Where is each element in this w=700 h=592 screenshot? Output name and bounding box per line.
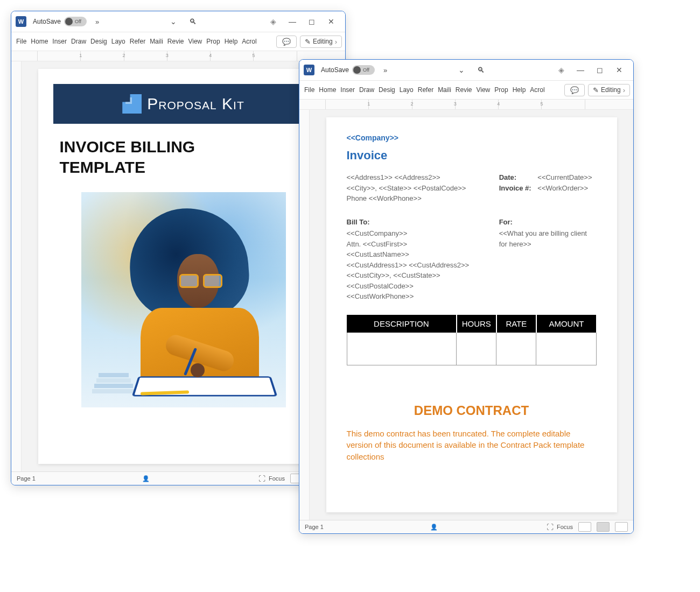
ribbon-tab[interactable]: Maili <box>148 36 165 47</box>
ribbon-tab[interactable]: View <box>474 84 492 96</box>
minimize-icon[interactable]: — <box>573 62 588 77</box>
qat-overflow-icon[interactable]: » <box>383 66 387 74</box>
titlebar: W AutoSave Off » ⌄ 🔍︎ ◈ — ◻ ✕ <box>11 11 345 32</box>
ribbon-tab[interactable]: Layo <box>110 36 127 47</box>
ribbon-tab[interactable]: View <box>186 36 204 47</box>
dropdown-chevron-icon[interactable]: ⌄ <box>454 62 469 77</box>
ribbon-tab[interactable]: Prop <box>205 36 221 47</box>
pencil-icon <box>305 38 311 46</box>
invoice-heading: Invoice <box>347 149 597 163</box>
ribbon-tab[interactable]: Maili <box>436 84 453 96</box>
ribbon-tab[interactable]: Layo <box>398 84 415 96</box>
vertical-ruler[interactable] <box>299 110 310 520</box>
document-title: INVOICE BILLING TEMPLATE <box>60 137 307 177</box>
ribbon-tab[interactable]: Draw <box>358 84 376 96</box>
ribbon: File Home Inser Draw Desig Layo Refer Ma… <box>299 81 633 100</box>
ribbon-tab[interactable]: Revie <box>454 84 474 96</box>
invoice-billto-block: Bill To: <<CustCompany>> Attn. <<CustFir… <box>347 217 597 302</box>
word-window-cover: W AutoSave Off » ⌄ 🔍︎ ◈ — ◻ ✕ File Home … <box>11 11 346 485</box>
ribbon-tab[interactable]: Desig <box>89 36 109 47</box>
maximize-icon[interactable]: ◻ <box>304 14 319 29</box>
read-mode-view-button[interactable] <box>578 522 591 532</box>
focus-button[interactable]: Focus <box>257 475 285 483</box>
editing-mode-button[interactable]: Editing <box>588 84 630 96</box>
table-header-amount: AMOUNT <box>536 315 596 333</box>
proposal-kit-logo-icon <box>122 94 142 114</box>
ribbon-tab[interactable]: Draw <box>69 36 88 47</box>
search-icon[interactable]: 🔍︎ <box>473 62 488 77</box>
ribbon-tab[interactable]: Inser <box>339 84 356 96</box>
ribbon-tab[interactable]: Refer <box>416 84 435 96</box>
invoice-meta: Date: <<CurrentDate>> Invoice #: <<WorkO… <box>499 172 597 204</box>
accessibility-icon[interactable] <box>141 475 151 482</box>
ribbon-tab[interactable]: Desig <box>377 84 397 96</box>
maximize-icon[interactable]: ◻ <box>592 62 607 77</box>
titlebar: W AutoSave Off » ⌄ 🔍︎ ◈ — ◻ ✕ <box>299 60 633 81</box>
ribbon: File Home Inser Draw Desig Layo Refer Ma… <box>11 32 345 51</box>
word-window-invoice: W AutoSave Off » ⌄ 🔍︎ ◈ — ◻ ✕ File Home … <box>299 59 634 534</box>
vertical-ruler[interactable] <box>11 61 22 471</box>
minimize-icon[interactable]: — <box>285 14 300 29</box>
premium-diamond-icon[interactable]: ◈ <box>554 62 569 77</box>
invoice-for: For: <<What you are billing client for h… <box>499 217 597 302</box>
ribbon-tab[interactable]: Revie <box>166 36 186 47</box>
autosave-toggle[interactable]: Off <box>352 65 375 75</box>
horizontal-ruler[interactable]: 1 2 3 4 5 <box>299 100 633 110</box>
document-page[interactable]: Proposal Kit INVOICE BILLING TEMPLATE <box>38 69 329 464</box>
focus-button[interactable]: Focus <box>545 523 573 531</box>
ribbon-tab[interactable]: Prop <box>493 84 509 96</box>
editing-mode-button[interactable]: Editing <box>300 36 342 48</box>
invoice-billto: Bill To: <<CustCompany>> Attn. <<CustFir… <box>347 217 483 302</box>
chevron-right-icon <box>623 86 625 94</box>
brand-banner: Proposal Kit <box>53 84 314 124</box>
document-canvas: Proposal Kit INVOICE BILLING TEMPLATE <box>11 61 345 471</box>
table-row <box>347 333 596 365</box>
comments-button[interactable]: 💬 <box>564 84 585 96</box>
autosave-label: AutoSave <box>321 66 349 74</box>
chevron-right-icon <box>335 38 337 46</box>
close-icon[interactable]: ✕ <box>324 14 339 29</box>
qat-overflow-icon[interactable]: » <box>95 18 99 26</box>
invoice-line-items-table: DESCRIPTION HOURS RATE AMOUNT <box>347 315 597 365</box>
dropdown-chevron-icon[interactable]: ⌄ <box>166 14 181 29</box>
word-app-icon: W <box>304 65 314 75</box>
ribbon-tab[interactable]: Home <box>317 84 338 96</box>
document-canvas: <<Company>> Invoice <<Address1>> <<Addre… <box>299 110 633 520</box>
focus-icon <box>545 523 555 531</box>
document-page[interactable]: <<Company>> Invoice <<Address1>> <<Addre… <box>326 117 617 512</box>
ribbon-tab[interactable]: File <box>303 84 316 96</box>
ribbon-tab[interactable]: Help <box>511 84 528 96</box>
table-header-rate: RATE <box>496 315 536 333</box>
word-app-icon: W <box>16 16 26 27</box>
ribbon-tab[interactable]: Inser <box>51 36 68 47</box>
comments-button[interactable]: 💬 <box>276 36 297 48</box>
demo-contract-text: This demo contract has been truncated. T… <box>347 428 597 463</box>
ribbon-tab[interactable]: Acrol <box>240 36 258 47</box>
invoice-header-block: <<Address1>> <<Address2>> <<City>>, <<St… <box>347 172 597 204</box>
focus-icon <box>257 475 267 483</box>
statusbar: Page 1 Focus <box>11 471 345 485</box>
horizontal-ruler[interactable]: 1 2 3 4 5 <box>11 51 345 61</box>
pencil-icon <box>593 86 599 94</box>
table-header-hours: HOURS <box>457 315 496 333</box>
ribbon-tab[interactable]: Home <box>29 36 50 47</box>
invoice-sender-address: <<Address1>> <<Address2>> <<City>>, <<St… <box>347 172 483 204</box>
ribbon-tab[interactable]: Acrol <box>528 84 546 96</box>
ribbon-tab[interactable]: Help <box>223 36 240 47</box>
status-page[interactable]: Page 1 <box>305 524 324 530</box>
web-layout-view-button[interactable] <box>615 522 628 532</box>
ribbon-tab[interactable]: File <box>15 36 28 47</box>
autosave-toggle[interactable]: Off <box>64 17 87 26</box>
premium-diamond-icon[interactable]: ◈ <box>265 14 281 29</box>
brand-name: Proposal Kit <box>147 95 244 113</box>
demo-contract-title: DEMO CONTRACT <box>347 403 597 418</box>
print-layout-view-button[interactable] <box>597 522 610 532</box>
ribbon-tab[interactable]: Refer <box>128 36 147 47</box>
close-icon[interactable]: ✕ <box>612 62 627 77</box>
statusbar: Page 1 Focus <box>299 520 633 533</box>
autosave-label: AutoSave <box>33 18 61 25</box>
status-page[interactable]: Page 1 <box>17 475 36 482</box>
accessibility-icon[interactable] <box>429 524 439 531</box>
invoice-company-field: <<Company>> <box>347 133 597 142</box>
search-icon[interactable]: 🔍︎ <box>185 14 200 29</box>
